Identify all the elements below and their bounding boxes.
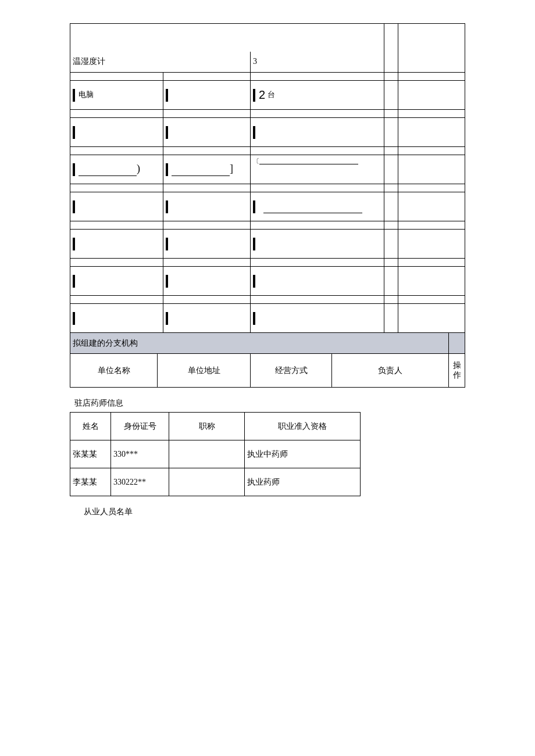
pharm-title bbox=[169, 440, 245, 468]
staff-section-title: 从业人员名单 bbox=[84, 507, 465, 517]
pharm-qual: 执业中药师 bbox=[245, 440, 361, 468]
branch-col-owner: 负责人 bbox=[332, 354, 449, 388]
pharm-qual: 执业药师 bbox=[245, 468, 361, 496]
pharm-name: 张某某 bbox=[70, 440, 111, 468]
table-row: 李某某 330222** 执业药师 bbox=[70, 468, 361, 496]
pharm-id: 330222** bbox=[111, 468, 169, 496]
branch-col-addr: 单位地址 bbox=[158, 354, 251, 388]
pharm-col-id: 身份证号 bbox=[111, 413, 169, 440]
equip-row-qty: 2 台 bbox=[251, 81, 384, 110]
pharm-id: 330*** bbox=[111, 440, 169, 468]
branch-col-op: 操作 bbox=[449, 354, 465, 388]
equip-row-name: 电脑 bbox=[70, 81, 163, 110]
pharmacist-table: 姓名 身份证号 职称 职业准入资格 张某某 330*** 执业中药师 李某某 3… bbox=[70, 412, 361, 496]
pharm-col-qual: 职业准入资格 bbox=[245, 413, 361, 440]
table-row: 张某某 330*** 执业中药师 bbox=[70, 440, 361, 468]
pharm-title bbox=[169, 468, 245, 496]
branch-col-mode: 经营方式 bbox=[251, 354, 332, 388]
pharm-col-title: 职称 bbox=[169, 413, 245, 440]
equipment-table: 温湿度计 3 电脑 2 台 ) ] 〔 bbox=[70, 23, 465, 333]
equip-row-name: 温湿度计 bbox=[70, 52, 251, 73]
pharmacist-section-title: 驻店药师信息 bbox=[74, 398, 465, 409]
pharm-col-name: 姓名 bbox=[70, 413, 111, 440]
equip-row-qty: 3 bbox=[251, 52, 384, 73]
pharm-name: 李某某 bbox=[70, 468, 111, 496]
branch-table: 拟组建的分支机构 单位名称 单位地址 经营方式 负责人 操作 bbox=[70, 332, 465, 388]
branch-col-name: 单位名称 bbox=[70, 354, 158, 388]
equip-row-spec bbox=[163, 81, 251, 110]
branch-title: 拟组建的分支机构 bbox=[70, 333, 449, 354]
